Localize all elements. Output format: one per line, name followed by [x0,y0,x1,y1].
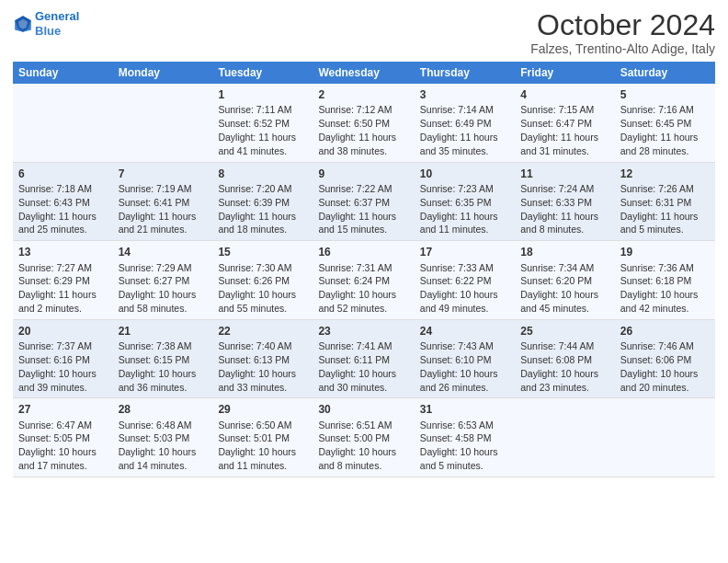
logo-text: General Blue [35,9,79,38]
daylight: Daylight: 11 hours and 38 minutes. [318,132,396,156]
calendar-cell: 9 Sunrise: 7:22 AM Sunset: 6:37 PM Dayli… [313,162,414,241]
sunrise: Sunrise: 7:23 AM [420,183,494,194]
daylight: Daylight: 10 hours and 26 minutes. [420,368,498,393]
month-title: October 2024 [530,9,715,41]
sunset: Sunset: 6:24 PM [318,275,390,286]
sunset: Sunset: 6:29 PM [18,275,90,286]
calendar-cell: 6 Sunrise: 7:18 AM Sunset: 6:43 PM Dayli… [13,162,113,241]
calendar-cell [515,398,614,477]
daylight: Daylight: 11 hours and 11 minutes. [420,211,498,236]
calendar-cell: 23 Sunrise: 7:41 AM Sunset: 6:11 PM Dayl… [313,319,414,398]
sunset: Sunset: 6:13 PM [218,354,290,365]
calendar-cell: 26 Sunrise: 7:46 AM Sunset: 6:06 PM Dayl… [615,319,715,398]
sunrise: Sunrise: 7:43 AM [420,340,494,351]
calendar-cell: 19 Sunrise: 7:36 AM Sunset: 6:18 PM Dayl… [615,241,715,320]
calendar-cell: 31 Sunrise: 6:53 AM Sunset: 4:58 PM Dayl… [415,398,515,477]
daylight: Daylight: 11 hours and 35 minutes. [420,132,498,156]
calendar-cell: 7 Sunrise: 7:19 AM Sunset: 6:41 PM Dayli… [113,162,213,241]
day-number: 24 [420,324,509,339]
daylight: Daylight: 11 hours and 5 minutes. [620,211,699,236]
header: General Blue October 2024 Falzes, Trenti… [13,9,715,56]
sunset: Sunset: 6:26 PM [218,275,290,286]
daylight: Daylight: 11 hours and 18 minutes. [218,211,296,236]
calendar-week-row: 1 Sunrise: 7:11 AM Sunset: 6:52 PM Dayli… [13,84,715,162]
calendar-cell: 24 Sunrise: 7:43 AM Sunset: 6:10 PM Dayl… [415,319,515,398]
sunrise: Sunrise: 6:50 AM [218,419,291,431]
calendar-cell: 16 Sunrise: 7:31 AM Sunset: 6:24 PM Dayl… [313,241,414,320]
logo: General Blue [13,9,79,38]
sunrise: Sunrise: 7:22 AM [318,183,392,194]
sunset: Sunset: 6:39 PM [218,197,290,208]
weekday-header: Tuesday [212,62,313,84]
sunset: Sunset: 6:18 PM [620,275,692,286]
day-number: 3 [420,87,509,102]
day-number: 6 [18,167,108,181]
day-number: 1 [218,87,307,102]
calendar-cell: 11 Sunrise: 7:24 AM Sunset: 6:33 PM Dayl… [515,162,614,241]
sunrise: Sunrise: 7:37 AM [18,340,92,351]
daylight: Daylight: 10 hours and 17 minutes. [18,446,97,471]
sunrise: Sunrise: 7:16 AM [620,104,694,115]
day-number: 26 [620,324,710,339]
calendar-cell: 5 Sunrise: 7:16 AM Sunset: 6:45 PM Dayli… [615,84,715,162]
weekday-header: Friday [515,62,614,84]
sunset: Sunset: 4:58 PM [420,432,492,443]
day-number: 16 [318,245,408,259]
daylight: Daylight: 11 hours and 31 minutes. [520,132,598,156]
calendar-cell: 10 Sunrise: 7:23 AM Sunset: 6:35 PM Dayl… [415,162,515,241]
sunrise: Sunrise: 6:51 AM [318,419,392,431]
sunrise: Sunrise: 6:53 AM [420,419,494,431]
day-number: 9 [318,167,408,181]
logo-line2: Blue [35,24,61,38]
sunset: Sunset: 6:22 PM [420,275,492,286]
day-number: 17 [420,245,509,259]
page: General Blue October 2024 Falzes, Trenti… [0,0,728,487]
calendar-cell: 21 Sunrise: 7:38 AM Sunset: 6:15 PM Dayl… [113,319,213,398]
calendar-cell: 14 Sunrise: 7:29 AM Sunset: 6:27 PM Dayl… [113,241,213,320]
calendar-cell: 8 Sunrise: 7:20 AM Sunset: 6:39 PM Dayli… [212,162,313,241]
sunset: Sunset: 6:27 PM [119,275,190,286]
day-number: 15 [218,245,307,259]
sunset: Sunset: 6:33 PM [520,197,592,208]
sunrise: Sunrise: 7:19 AM [119,183,192,194]
daylight: Daylight: 10 hours and 11 minutes. [218,446,296,471]
daylight: Daylight: 10 hours and 58 minutes. [119,289,197,314]
calendar-week-row: 6 Sunrise: 7:18 AM Sunset: 6:43 PM Dayli… [13,162,715,241]
day-number: 22 [218,324,307,339]
daylight: Daylight: 11 hours and 25 minutes. [18,211,97,236]
sunrise: Sunrise: 7:27 AM [18,262,92,273]
calendar-cell: 18 Sunrise: 7:34 AM Sunset: 6:20 PM Dayl… [515,241,614,320]
daylight: Daylight: 10 hours and 5 minutes. [420,446,498,471]
calendar-cell: 25 Sunrise: 7:44 AM Sunset: 6:08 PM Dayl… [515,319,614,398]
day-number: 28 [119,402,208,417]
calendar-cell: 28 Sunrise: 6:48 AM Sunset: 5:03 PM Dayl… [113,398,213,477]
sunset: Sunset: 6:45 PM [620,118,692,129]
calendar-cell: 20 Sunrise: 7:37 AM Sunset: 6:16 PM Dayl… [13,319,113,398]
sunrise: Sunrise: 7:41 AM [318,340,392,351]
sunset: Sunset: 6:35 PM [420,197,492,208]
sunrise: Sunrise: 7:15 AM [520,104,594,115]
sunrise: Sunrise: 7:34 AM [520,262,594,273]
weekday-header: Wednesday [313,62,414,84]
sunset: Sunset: 6:06 PM [620,354,692,365]
sunset: Sunset: 6:52 PM [218,118,290,129]
sunset: Sunset: 6:49 PM [420,118,492,129]
day-number: 4 [520,87,609,102]
sunrise: Sunrise: 7:24 AM [520,183,594,194]
day-number: 30 [318,402,408,417]
sunset: Sunset: 6:08 PM [520,354,592,365]
day-number: 18 [520,245,609,259]
sunset: Sunset: 6:11 PM [318,354,390,365]
daylight: Daylight: 10 hours and 8 minutes. [318,446,396,471]
calendar-cell [113,84,213,162]
sunrise: Sunrise: 7:20 AM [218,183,291,194]
weekday-header: Saturday [615,62,715,84]
sunset: Sunset: 6:10 PM [420,354,492,365]
day-number: 29 [218,402,307,417]
day-number: 10 [420,167,509,181]
daylight: Daylight: 11 hours and 8 minutes. [520,211,598,236]
sunrise: Sunrise: 7:29 AM [119,262,192,273]
daylight: Daylight: 10 hours and 52 minutes. [318,289,396,314]
day-number: 11 [520,167,609,181]
sunrise: Sunrise: 7:12 AM [318,104,392,115]
